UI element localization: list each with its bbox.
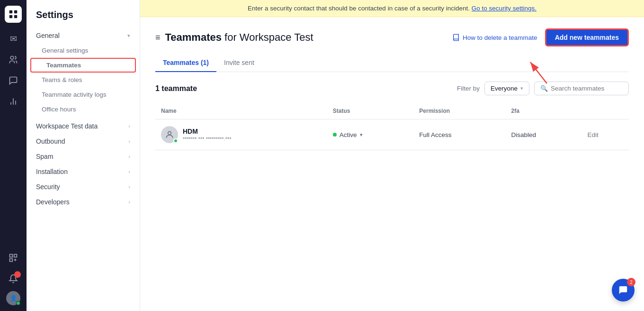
app-logo[interactable] [5,6,22,23]
filter-caret-icon: ▾ [520,85,523,91]
teammate-info: HDM ••••••• ••• •••••••••.••• [183,128,231,142]
permission-cell: Full Access [413,119,505,150]
teammate-activity-label: Teammate activity logs [42,91,107,98]
chat-badge: 2 [627,278,635,286]
security-item[interactable]: Security › [27,179,140,194]
online-status-dot [173,138,178,143]
twofa-value: Disabled [511,131,537,138]
search-input[interactable] [551,85,623,92]
messages-icon[interactable] [5,72,22,89]
actions-column-header [582,103,629,119]
banner-link[interactable]: Go to security settings. [472,5,537,12]
search-box: 🔍 [534,82,629,95]
left-sidebar: Settings General ▾ General settings Team… [27,0,140,311]
notifications-icon[interactable] [5,270,22,287]
online-indicator [16,301,20,305]
office-hours-item[interactable]: Office hours [27,102,140,117]
outbound-label: Outbound [36,137,65,145]
status-column-header: Status [327,103,414,119]
svg-point-4 [10,56,14,60]
teammates-tab[interactable]: Teammates (1) [155,54,216,72]
workspace-data-item[interactable]: Workspace Test data › [27,119,140,134]
filter-select[interactable]: Everyone ▾ [484,82,529,95]
general-section: General ▾ General settings Teammates Tea… [27,28,140,117]
permission-column-header: Permission [413,103,505,119]
how-to-label: How to delete a teammate [463,34,537,41]
page-title: Teammates for Workspace Test [165,31,313,44]
page-header-left: ≡ Teammates for Workspace Test [155,31,313,44]
avatar [161,126,178,143]
svg-point-14 [168,131,171,135]
teammate-email: ••••••• ••• •••••••••.••• [183,135,231,142]
spam-chevron: › [128,154,130,159]
user-icon [165,130,174,139]
table-toolbar: 1 teammate Filter by Everyone ▾ 🔍 [155,82,629,95]
developers-chevron: › [128,199,130,205]
icon-sidebar: ✉ 👤 [0,0,27,311]
security-chevron: › [128,184,130,190]
how-to-link[interactable]: How to delete a teammate [452,34,537,41]
status-cell-inner: Active ▾ [333,131,408,138]
teammates-item[interactable]: Teammates [30,58,136,73]
teammate-cell: HDM ••••••• ••• •••••••••.••• [161,126,322,143]
hamburger-icon[interactable]: ≡ [155,33,161,43]
name-column-header: Name [155,103,327,119]
spam-label: Spam [36,153,54,160]
installation-label: Installation [36,168,68,175]
twofa-cell: Disabled [506,119,582,150]
spam-item[interactable]: Spam › [27,149,140,164]
general-settings-item[interactable]: General settings [27,43,140,58]
security-banner: Enter a security contact that should be … [140,0,644,17]
permission-value: Full Access [419,131,451,138]
installation-item[interactable]: Installation › [27,164,140,179]
inbox-icon[interactable]: ✉ [5,30,22,47]
workspace-data-label: Workspace Test data [36,122,98,130]
search-icon: 🔍 [540,85,548,92]
user-avatar[interactable]: 👤 [6,291,20,305]
teammates-label: Teammates [46,62,81,69]
svg-rect-8 [10,255,13,257]
general-label: General [36,32,60,39]
grid-icon[interactable] [5,249,22,266]
table-row: HDM ••••••• ••• •••••••••.••• Active ▾ [155,119,629,150]
book-icon [452,34,460,41]
teammate-activity-item[interactable]: Teammate activity logs [27,87,140,102]
main-area: Enter a security contact that should be … [140,0,644,311]
general-menu-item[interactable]: General ▾ [27,28,140,43]
page-title-bold: Teammates [165,31,222,43]
status-dot [333,133,337,137]
edit-button[interactable]: Edit [588,131,599,138]
invite-sent-tab-label: Invite sent [224,59,254,66]
teammates-tab-label: Teammates (1) [163,59,209,66]
contacts-icon[interactable] [5,51,22,68]
teammate-name: HDM [183,128,231,135]
banner-text: Enter a security contact that should be … [248,5,470,12]
name-cell: HDM ••••••• ••• •••••••••.••• [155,119,327,150]
filter-value: Everyone [491,85,518,92]
svg-rect-0 [9,10,12,13]
svg-rect-1 [14,10,17,13]
invite-sent-tab[interactable]: Invite sent [216,54,262,72]
teams-roles-item[interactable]: Teams & roles [27,73,140,87]
page-content: ≡ Teammates for Workspace Test How to de… [140,17,644,311]
workspace-chevron: › [128,123,130,129]
chat-icon [618,285,628,295]
add-new-teammates-button[interactable]: Add new teammates [545,28,629,46]
reports-icon[interactable] [5,93,22,110]
general-chevron: ▾ [127,33,130,39]
page-header: ≡ Teammates for Workspace Test How to de… [155,28,629,46]
status-text: Active [340,131,357,138]
page-tabs: Teammates (1) Invite sent [155,54,629,72]
developers-item[interactable]: Developers › [27,194,140,210]
settings-title: Settings [27,9,140,28]
notifications-badge [14,271,21,278]
avatar-icon: 👤 [10,295,17,302]
chat-bubble[interactable]: 2 [612,279,635,302]
svg-rect-9 [14,255,17,257]
actions-cell: Edit [582,119,629,150]
svg-rect-2 [9,15,12,18]
developers-label: Developers [36,198,70,206]
page-title-light: for Workspace Test [222,31,313,43]
outbound-item[interactable]: Outbound › [27,134,140,149]
status-dropdown-icon[interactable]: ▾ [360,132,363,138]
